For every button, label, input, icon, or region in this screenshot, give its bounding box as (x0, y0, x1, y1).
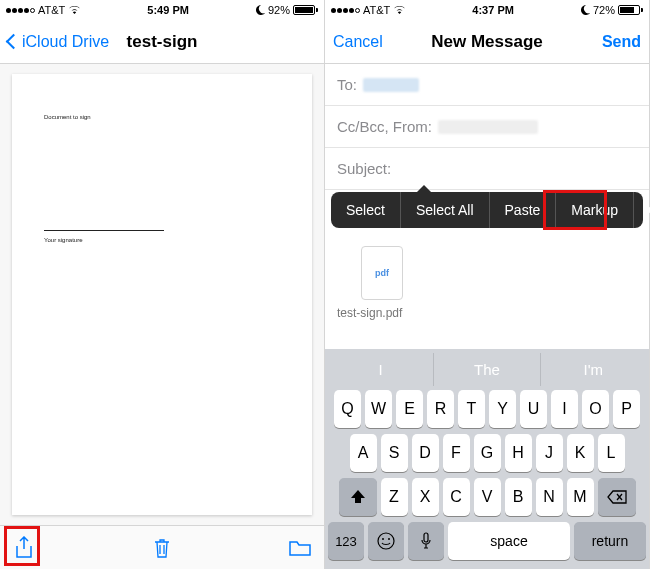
keyboard: I The I'm QWERTYUIOP ASDFGHJKL ZXCVBNM 1… (325, 349, 649, 569)
back-button[interactable]: iCloud Drive (8, 33, 109, 51)
attachment-pdf-icon[interactable]: pdf (361, 246, 403, 300)
key-h[interactable]: H (505, 434, 532, 472)
status-bar: AT&T 4:37 PM 72% (325, 0, 649, 20)
ctx-select[interactable]: Select (331, 192, 401, 228)
svg-point-0 (378, 533, 394, 549)
key-p[interactable]: P (613, 390, 640, 428)
svg-point-2 (388, 538, 390, 540)
phone-right: AT&T 4:37 PM 72% Cancel New Message Send… (325, 0, 650, 569)
doc-heading: Document to sign (44, 114, 280, 120)
phone-left: AT&T 5:49 PM 92% iCloud Drive test-sign … (0, 0, 325, 569)
document-preview[interactable]: Document to sign Your signature (0, 64, 324, 525)
ctx-more-arrow[interactable] (634, 192, 650, 228)
signature-line (44, 230, 164, 231)
key-s[interactable]: S (381, 434, 408, 472)
key-w[interactable]: W (365, 390, 392, 428)
ctx-select-all[interactable]: Select All (401, 192, 490, 228)
key-y[interactable]: Y (489, 390, 516, 428)
key-g[interactable]: G (474, 434, 501, 472)
wifi-icon (68, 5, 81, 15)
mic-icon (420, 532, 432, 550)
pred-1[interactable]: I (328, 353, 434, 386)
attachment-name: test-sign.pdf (337, 306, 637, 320)
chevron-left-icon (6, 34, 22, 50)
moon-icon (580, 5, 590, 15)
bottom-toolbar (0, 525, 324, 569)
document-page: Document to sign Your signature (12, 74, 312, 515)
emoji-icon (377, 532, 395, 550)
key-q[interactable]: Q (334, 390, 361, 428)
return-key[interactable]: return (574, 522, 646, 560)
to-field[interactable]: To: (325, 64, 649, 106)
moon-icon (255, 5, 265, 15)
menu-tail-icon (417, 185, 431, 192)
triangle-right-icon (646, 205, 650, 215)
pred-3[interactable]: I'm (541, 353, 646, 386)
battery-pct: 72% (593, 4, 615, 16)
signature-label: Your signature (44, 237, 280, 243)
highlight-share (4, 526, 40, 566)
key-t[interactable]: T (458, 390, 485, 428)
key-a[interactable]: A (350, 434, 377, 472)
shift-icon (350, 489, 366, 505)
battery-icon (618, 5, 643, 15)
key-j[interactable]: J (536, 434, 563, 472)
signal-dots-icon (6, 8, 35, 13)
shift-key[interactable] (339, 478, 377, 516)
key-n[interactable]: N (536, 478, 563, 516)
pred-2[interactable]: The (434, 353, 540, 386)
carrier-label: AT&T (38, 4, 65, 16)
svg-rect-3 (424, 533, 428, 542)
key-c[interactable]: C (443, 478, 470, 516)
key-l[interactable]: L (598, 434, 625, 472)
key-v[interactable]: V (474, 478, 501, 516)
backspace-icon (607, 490, 627, 504)
key-r[interactable]: R (427, 390, 454, 428)
key-e[interactable]: E (396, 390, 423, 428)
key-i[interactable]: I (551, 390, 578, 428)
carrier-label: AT&T (363, 4, 390, 16)
space-key[interactable]: space (448, 522, 570, 560)
send-button[interactable]: Send (551, 33, 641, 51)
key-u[interactable]: U (520, 390, 547, 428)
key-b[interactable]: B (505, 478, 532, 516)
status-bar: AT&T 5:49 PM 92% (0, 0, 324, 20)
backspace-key[interactable] (598, 478, 636, 516)
signal-dots-icon (331, 8, 360, 13)
key-o[interactable]: O (582, 390, 609, 428)
mic-key[interactable] (408, 522, 444, 560)
battery-icon (293, 5, 318, 15)
key-k[interactable]: K (567, 434, 594, 472)
emoji-key[interactable] (368, 522, 404, 560)
clock: 4:37 PM (472, 4, 514, 16)
key-z[interactable]: Z (381, 478, 408, 516)
battery-pct: 92% (268, 4, 290, 16)
folder-button[interactable] (288, 536, 312, 560)
compose-area: To: Cc/Bcc, From: Subject: Select Select… (325, 64, 649, 569)
subject-field[interactable]: Subject: (325, 148, 649, 190)
numbers-key[interactable]: 123 (328, 522, 364, 560)
key-m[interactable]: M (567, 478, 594, 516)
ccbcc-field[interactable]: Cc/Bcc, From: (325, 106, 649, 148)
key-f[interactable]: F (443, 434, 470, 472)
prediction-bar: I The I'm (328, 353, 646, 386)
cancel-button[interactable]: Cancel (333, 33, 423, 51)
svg-point-1 (382, 538, 384, 540)
nav-bar: Cancel New Message Send (325, 20, 649, 64)
key-x[interactable]: X (412, 478, 439, 516)
wifi-icon (393, 5, 406, 15)
nav-bar: iCloud Drive test-sign (0, 20, 324, 64)
highlight-markup (543, 190, 607, 230)
clock: 5:49 PM (147, 4, 189, 16)
key-d[interactable]: D (412, 434, 439, 472)
trash-button[interactable] (150, 536, 174, 560)
